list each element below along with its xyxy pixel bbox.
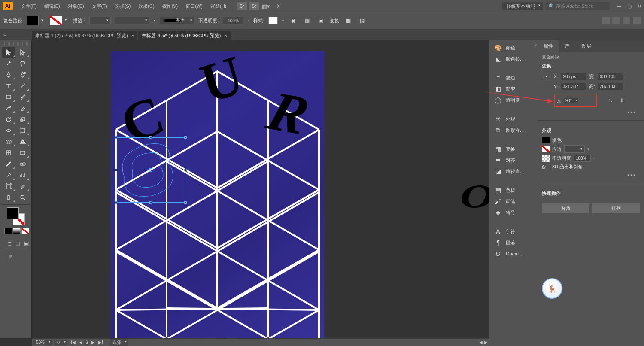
- panel-brushes[interactable]: 🖌画笔: [490, 196, 537, 207]
- draw-mode-inside-icon[interactable]: ▣: [23, 240, 30, 247]
- tool-lasso[interactable]: [16, 58, 30, 69]
- tab-properties[interactable]: 属性: [538, 40, 559, 52]
- angle-input[interactable]: 90°: [564, 98, 578, 103]
- tool-artboard[interactable]: [2, 181, 15, 191]
- tool-pen[interactable]: [2, 70, 15, 80]
- panel-pathfinder[interactable]: ◪路径查...: [490, 166, 537, 177]
- tool-direct-selection[interactable]: [16, 47, 30, 58]
- tool-width[interactable]: [2, 125, 15, 136]
- fill-stroke-color[interactable]: [7, 207, 25, 225]
- gpu-icon[interactable]: ✈: [273, 3, 283, 9]
- nav-first-icon[interactable]: I◀: [70, 340, 77, 345]
- fill-swatch[interactable]: [542, 137, 550, 143]
- draw-mode-normal-icon[interactable]: ◻: [6, 240, 13, 247]
- color-mode-none[interactable]: [21, 228, 29, 234]
- expand-panels-icon[interactable]: »: [534, 42, 537, 47]
- canvas[interactable]: C U R O: [32, 40, 489, 338]
- panel-color[interactable]: 🎨颜色: [490, 42, 537, 53]
- release-button[interactable]: 释放: [542, 203, 589, 213]
- tool-shape-builder[interactable]: [2, 137, 15, 147]
- panel-toggle-icon-1[interactable]: [602, 17, 610, 24]
- zoom-level[interactable]: 50%: [33, 340, 52, 345]
- panel-toggle-icon-2[interactable]: [612, 17, 620, 24]
- tool-selection[interactable]: [2, 47, 15, 58]
- panel-stroke[interactable]: ≡描边: [490, 72, 537, 83]
- tool-magic-wand[interactable]: [2, 58, 15, 69]
- fx-3d-extrude[interactable]: 3D 凸出和斜角: [552, 164, 583, 170]
- flip-vertical-icon[interactable]: ⥮: [617, 96, 627, 105]
- tool-line-segment[interactable]: [16, 81, 30, 91]
- color-mode-gradient[interactable]: [13, 228, 21, 234]
- collapse-icon[interactable]: «: [3, 32, 9, 37]
- document-tab-1[interactable]: 未标题-1 (2).ai* @ 66.67% (RGB/GPU 预览) ×: [32, 31, 137, 40]
- tab-1-close-icon[interactable]: ×: [131, 33, 134, 38]
- stroke-color-swatch[interactable]: [50, 16, 62, 25]
- tool-perspective-grid[interactable]: [16, 137, 30, 147]
- status-tool[interactable]: 选择: [110, 339, 128, 346]
- shape-icon[interactable]: ▣: [316, 16, 325, 25]
- tab-layers[interactable]: 图层: [576, 40, 597, 52]
- panel-gradient[interactable]: ◧渐变: [490, 83, 537, 94]
- tool-rotate[interactable]: [2, 114, 15, 124]
- y-input[interactable]: 321.387: [561, 83, 586, 90]
- more-appearance-icon[interactable]: •••: [542, 172, 640, 179]
- stock-button[interactable]: St: [249, 2, 259, 10]
- flip-horizontal-icon[interactable]: ⇋: [605, 96, 615, 105]
- align-icon[interactable]: ▥: [302, 16, 312, 25]
- panel-color-guide[interactable]: ◣颜色参...: [490, 53, 537, 64]
- opacity-input[interactable]: 100%: [223, 17, 243, 24]
- recolor-artwork-icon[interactable]: ◉: [289, 16, 298, 25]
- stroke-weight-field[interactable]: [564, 145, 585, 153]
- fill-color-swatch[interactable]: [27, 16, 39, 25]
- more-transform-icon[interactable]: •••: [542, 109, 640, 116]
- panel-transform[interactable]: ▦变换: [490, 143, 537, 155]
- transform-label[interactable]: 变换: [330, 18, 339, 24]
- menu-view[interactable]: 视图(V): [159, 1, 181, 11]
- tool-paintbrush[interactable]: [16, 92, 30, 102]
- tool-blend[interactable]: [16, 159, 30, 169]
- nav-next-icon[interactable]: ▶: [90, 340, 96, 345]
- tool-rectangle[interactable]: [2, 92, 15, 102]
- opacity-field[interactable]: 100%: [574, 155, 591, 162]
- tool-eyedropper[interactable]: [2, 159, 15, 169]
- artboard-number[interactable]: 1: [85, 340, 90, 345]
- scroll-right-icon[interactable]: ▶: [484, 340, 488, 345]
- rotate-view[interactable]: ↻: [54, 340, 67, 345]
- menu-help[interactable]: 帮助(H): [207, 1, 229, 11]
- panel-swatches[interactable]: ▤色板: [490, 185, 537, 196]
- tool-mesh[interactable]: [2, 148, 15, 158]
- scroll-left-icon[interactable]: ◀: [479, 340, 483, 345]
- menu-object[interactable]: 对象(O): [65, 1, 87, 11]
- tool-scale[interactable]: [16, 114, 30, 124]
- graphic-style-swatch[interactable]: [268, 17, 278, 24]
- panel-appearance[interactable]: ☀外观: [490, 113, 537, 124]
- close-button[interactable]: ✕: [638, 3, 641, 9]
- edit-icon[interactable]: ▧: [357, 16, 367, 25]
- draw-mode-behind-icon[interactable]: ◫: [15, 240, 21, 247]
- opacity-swatch[interactable]: [542, 155, 550, 162]
- nav-last-icon[interactable]: ▶I: [97, 340, 104, 345]
- panel-toggle-icon-3[interactable]: [623, 17, 630, 24]
- x-input[interactable]: 205 px: [561, 73, 586, 80]
- menu-window[interactable]: 窗口(W): [182, 1, 206, 11]
- tool-column-graph[interactable]: [16, 170, 30, 180]
- workspace-switcher[interactable]: 传统基本功能: [502, 2, 543, 10]
- tool-hand[interactable]: [2, 192, 15, 203]
- tab-library[interactable]: 库: [559, 40, 576, 52]
- stroke-width-profile-dropdown[interactable]: [115, 17, 149, 24]
- stroke-swatch[interactable]: [542, 146, 550, 152]
- tool-zoom[interactable]: [16, 192, 30, 203]
- panel-symbols[interactable]: ♣符号: [490, 207, 537, 218]
- panel-paragraph[interactable]: ¶段落: [490, 237, 537, 248]
- tool-symbol-sprayer[interactable]: [2, 170, 15, 180]
- screen-mode-icon[interactable]: ⎚: [6, 253, 15, 261]
- brush-definition-dropdown[interactable]: 基本: [160, 17, 194, 24]
- width-input[interactable]: 333.105: [598, 73, 623, 80]
- color-mode-solid[interactable]: [4, 228, 12, 234]
- maximize-button[interactable]: ▢: [627, 3, 632, 9]
- bridge-button[interactable]: Br: [237, 2, 247, 10]
- panel-graphic-styles[interactable]: ⧉图形样...: [490, 124, 537, 136]
- tool-eraser[interactable]: [16, 103, 30, 113]
- stroke-weight-dropdown[interactable]: [89, 17, 111, 24]
- arrange-docs-icon[interactable]: ▦▾: [261, 3, 271, 9]
